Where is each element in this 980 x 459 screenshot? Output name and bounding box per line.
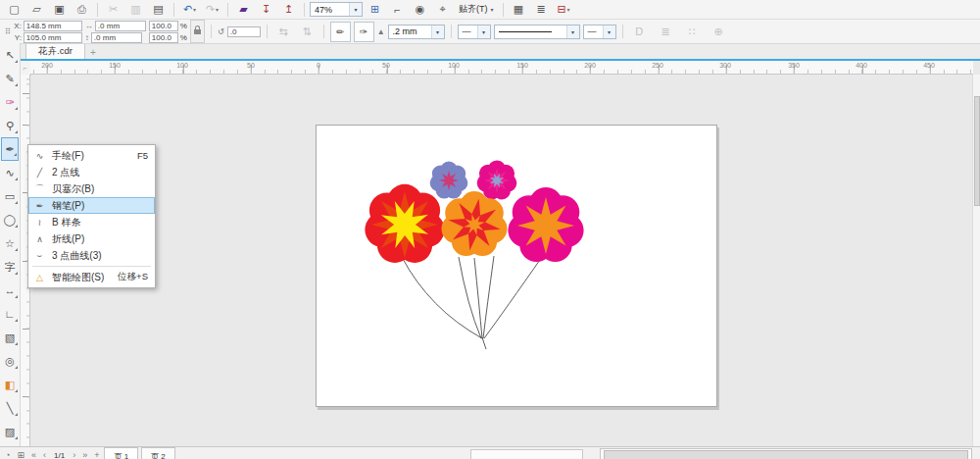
interactive-fill-tool[interactable]: ▨ <box>1 420 19 443</box>
mirror-vertical-button: ⇅ <box>297 24 318 40</box>
zoom-tool[interactable]: ⚲ <box>1 114 19 137</box>
page-tab[interactable]: 页 2 <box>141 447 175 459</box>
first-page-icon[interactable]: « <box>29 447 38 459</box>
menu-item-freehand-icon: ∿ <box>32 151 47 161</box>
ruler-label: 150 <box>109 62 121 69</box>
prev-page-icon[interactable]: ‹ <box>41 447 48 459</box>
horizontal-ruler[interactable] <box>30 61 973 75</box>
add-page-icon[interactable]: + <box>92 447 101 459</box>
ellipse-tool[interactable]: ◯ <box>1 208 19 231</box>
guidelines-button[interactable]: ⌖ <box>432 1 453 18</box>
next-page-icon[interactable]: › <box>71 447 77 459</box>
polygon-tool[interactable]: ☆ <box>1 231 19 255</box>
page-sorter-icon[interactable]: ⊞ <box>15 447 26 459</box>
export-icon: ↥ <box>284 3 293 16</box>
ruler-label: 100 <box>448 62 460 69</box>
scale-fields: 100.0 % 100.0 % <box>149 21 187 43</box>
end-arrowhead-combo[interactable]: — <box>583 25 616 39</box>
y-position-field[interactable]: 105.0 mm <box>24 32 82 43</box>
view-quality-button[interactable]: ◉ <box>410 1 430 18</box>
drawing-page[interactable] <box>316 125 717 407</box>
preview-mode-button[interactable]: ✏ <box>330 22 351 42</box>
pen-tool[interactable]: ✒ <box>1 137 19 161</box>
width-field[interactable]: .0 mm <box>95 21 146 31</box>
paste-button[interactable]: ▤ <box>148 1 169 18</box>
outline-width-combo[interactable]: .2 mm <box>388 25 445 39</box>
add-preset-icon: ⊕ <box>709 24 729 40</box>
menu-item-3-point-curve[interactable]: ⌣3 点曲线(3) <box>28 247 155 264</box>
chevron-down-icon[interactable] <box>349 3 362 16</box>
height-field[interactable]: .0 mm <box>91 32 142 43</box>
snap-to-dropdown[interactable]: 贴齐(T) <box>455 1 498 18</box>
dimension-tool[interactable]: ↔ <box>1 279 19 302</box>
object-position-grid-icon: ⠿ <box>5 27 11 36</box>
menu-item-polyline[interactable]: ∧折线(P) <box>28 230 155 247</box>
open-button[interactable]: ▱ <box>26 1 47 18</box>
menu-item-2-point-line[interactable]: ╱2 点线 <box>28 164 155 180</box>
document-tab[interactable]: 花卉.cdr <box>25 43 85 59</box>
lock-ratio-button[interactable] <box>190 20 205 43</box>
horizontal-scrollbar[interactable] <box>600 448 972 459</box>
menu-item-bezier[interactable]: ⌒贝塞尔(B) <box>28 180 155 197</box>
app-launcher-button[interactable]: ▰ <box>233 1 254 18</box>
drop-shadow-tool[interactable]: ▧ <box>1 326 19 349</box>
start-arrowhead-combo[interactable]: — <box>458 25 491 39</box>
new-tab-button[interactable]: + <box>85 46 101 59</box>
print-button[interactable]: ⎙ <box>72 1 92 18</box>
import-icon: ↧ <box>262 3 270 16</box>
pick-tool[interactable]: ↖ <box>1 43 19 67</box>
shape-tool[interactable]: ✎ <box>1 67 19 90</box>
vertical-scrollbar[interactable] <box>972 75 980 446</box>
menu-item-label: 2 点线 <box>52 166 79 179</box>
fullscreen-preview-button[interactable]: ⊞ <box>365 1 385 18</box>
auto-add-delete-button[interactable]: ✑ <box>354 22 374 42</box>
menu-item-b-spline[interactable]: ≀B 样条 <box>28 214 155 230</box>
chevron-down-icon[interactable] <box>603 26 615 38</box>
vertical-scrollbar-thumb[interactable] <box>974 96 980 206</box>
welcome-screen-button[interactable]: ▦ <box>509 1 529 18</box>
eyedropper-tool[interactable]: ╲ <box>1 396 19 420</box>
undo-button[interactable]: ↶▾ <box>179 1 200 18</box>
options-button[interactable]: ≣ <box>531 1 552 18</box>
chevron-down-icon[interactable] <box>566 26 579 38</box>
height-icon: ↕ <box>85 33 89 42</box>
outline-width-icon: ▲ <box>377 27 385 36</box>
chevron-down-icon[interactable] <box>477 26 490 38</box>
time-icon[interactable]: ◔ <box>3 447 12 459</box>
eye-icon: ◉ <box>416 3 425 16</box>
contour-tool[interactable]: ◎ <box>1 349 19 373</box>
menu-item-pen[interactable]: ✒钢笔(P) <box>28 197 155 214</box>
page-tab[interactable]: 页 1 <box>104 447 138 459</box>
application-launcher-dropdown[interactable]: ⊟▾ <box>554 1 574 18</box>
x-position-field[interactable]: 148.5 mm <box>24 21 82 31</box>
horizontal-scrollbar-thumb[interactable] <box>604 450 968 459</box>
chevron-down-icon[interactable]: ▾ <box>193 6 196 13</box>
menu-item-smart-drawing[interactable]: △智能绘图(S)位移+S <box>28 269 155 285</box>
new-document-button[interactable]: ▢ <box>4 1 24 18</box>
scale-y-field[interactable]: 100.0 <box>149 32 178 43</box>
menu-item-freehand[interactable]: ∿手绘(F)F5 <box>28 147 155 164</box>
rotation-angle-field[interactable]: .0 <box>227 26 261 37</box>
fill-tool[interactable]: ◧ <box>1 373 19 396</box>
chevron-down-icon[interactable] <box>431 26 444 38</box>
scale-x-field[interactable]: 100.0 <box>149 21 178 31</box>
zoom-level-combo[interactable]: 47% <box>310 2 363 17</box>
menu-item-shortcut: F5 <box>137 150 148 161</box>
import-button[interactable]: ↧ <box>256 1 276 18</box>
copy-icon: ▥ <box>130 3 140 16</box>
chevron-down-icon[interactable]: ▾ <box>567 6 570 13</box>
rectangle-tool[interactable]: ▭ <box>1 184 19 208</box>
separator <box>451 25 452 38</box>
ruler-label: 50 <box>382 62 390 69</box>
smudge-brush-tool[interactable]: ✑ <box>1 90 19 114</box>
show-page-border-button[interactable]: ⌐ <box>387 1 408 18</box>
separator <box>211 25 212 38</box>
connector-tool[interactable]: ∟ <box>1 302 19 326</box>
export-button[interactable]: ↥ <box>278 1 299 18</box>
artistic-media-tool[interactable]: ∿ <box>1 161 19 184</box>
open-folder-icon: ▱ <box>32 3 40 16</box>
line-style-combo[interactable] <box>494 25 580 39</box>
text-tool[interactable]: 字 <box>1 255 19 279</box>
save-button[interactable]: ▣ <box>49 1 70 18</box>
last-page-icon[interactable]: » <box>80 447 89 459</box>
